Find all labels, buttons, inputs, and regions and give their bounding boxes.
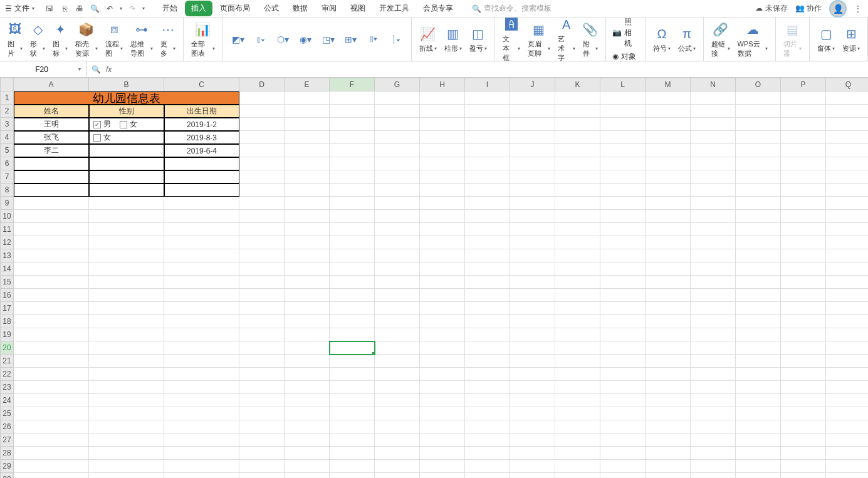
cell-N29[interactable]: [691, 460, 736, 473]
cell-K15[interactable]: [555, 276, 600, 289]
col-header-M[interactable]: M: [646, 78, 691, 91]
cell-L27[interactable]: [600, 434, 646, 447]
cell-E25[interactable]: [285, 407, 330, 420]
cell-P7[interactable]: [781, 170, 826, 184]
cell-E17[interactable]: [285, 302, 330, 315]
cell-H9[interactable]: [420, 197, 465, 210]
cell-P1[interactable]: [781, 91, 826, 105]
cell-C13[interactable]: [164, 249, 239, 262]
cell-G7[interactable]: [375, 170, 420, 184]
fx-icon[interactable]: fx: [106, 65, 112, 74]
cell-D29[interactable]: [239, 460, 285, 473]
cell-O26[interactable]: [736, 420, 781, 434]
cell-Q30[interactable]: [826, 473, 868, 478]
cell-K6[interactable]: [555, 157, 600, 170]
cell-N19[interactable]: [691, 328, 736, 341]
cell-K23[interactable]: [555, 381, 600, 394]
cell-D27[interactable]: [239, 434, 285, 447]
cell-B8[interactable]: [89, 184, 164, 197]
cell-G21[interactable]: [375, 355, 420, 368]
tab-开发工具[interactable]: 开发工具: [373, 1, 416, 16]
cell-G26[interactable]: [375, 420, 420, 434]
cell-K8[interactable]: [555, 184, 600, 197]
cell-N23[interactable]: [691, 381, 736, 394]
cell-D14[interactable]: [239, 262, 285, 276]
cell-P5[interactable]: [781, 144, 826, 157]
cell-P20[interactable]: [781, 341, 826, 355]
row-header-24[interactable]: 24: [0, 394, 14, 407]
cell-Q28[interactable]: [826, 447, 868, 460]
cell-O19[interactable]: [736, 328, 781, 341]
row-header-17[interactable]: 17: [0, 302, 14, 315]
cell-Q6[interactable]: [826, 157, 868, 170]
cell-H24[interactable]: [420, 394, 465, 407]
ribbon-柱形[interactable]: ▥柱形 ▾: [441, 24, 466, 55]
row-header-25[interactable]: 25: [0, 407, 14, 420]
cell-A4[interactable]: 张飞: [14, 131, 89, 144]
row-header-5[interactable]: 5: [0, 144, 14, 157]
undo-icon[interactable]: ↶: [105, 4, 115, 14]
ribbon-思维导图[interactable]: ⊶思维导图 ▾: [127, 19, 157, 60]
cell-J6[interactable]: [510, 157, 555, 170]
cell-I7[interactable]: [465, 170, 510, 184]
cell-O15[interactable]: [736, 276, 781, 289]
cell-N4[interactable]: [691, 131, 736, 144]
col-header-Q[interactable]: Q: [826, 78, 868, 91]
cell-F11[interactable]: [330, 223, 375, 236]
row-header-8[interactable]: 8: [0, 184, 14, 197]
cell-E30[interactable]: [285, 473, 330, 478]
cell-O16[interactable]: [736, 289, 781, 302]
cell-I18[interactable]: [465, 315, 510, 328]
chart-type-2[interactable]: ⬡▾: [272, 32, 295, 47]
cell-I22[interactable]: [465, 368, 510, 381]
cell-B17[interactable]: [89, 302, 164, 315]
cell-J10[interactable]: [510, 210, 555, 223]
ribbon-WPS云数据[interactable]: ☁WPS云数据 ▾: [734, 19, 771, 60]
cell-K1[interactable]: [555, 91, 600, 105]
cell-Q29[interactable]: [826, 460, 868, 473]
cell-J19[interactable]: [510, 328, 555, 341]
cell-I4[interactable]: [465, 131, 510, 144]
cell-F29[interactable]: [330, 460, 375, 473]
row-header-29[interactable]: 29: [0, 460, 14, 473]
cell-L11[interactable]: [600, 223, 646, 236]
zoom-icon[interactable]: 🔍: [92, 65, 101, 74]
cell-E1[interactable]: [285, 91, 330, 105]
cell-O6[interactable]: [736, 157, 781, 170]
cell-E2[interactable]: [285, 105, 330, 118]
cell-A29[interactable]: [14, 460, 89, 473]
cell-L17[interactable]: [600, 302, 646, 315]
ribbon-图标[interactable]: ✦图标 ▾: [49, 19, 71, 60]
cell-C12[interactable]: [164, 236, 239, 249]
cell-J30[interactable]: [510, 473, 555, 478]
cell-O24[interactable]: [736, 394, 781, 407]
cell-O4[interactable]: [736, 131, 781, 144]
row-header-28[interactable]: 28: [0, 447, 14, 460]
chart-type-6[interactable]: ⫴▾: [362, 32, 385, 47]
cell-Q24[interactable]: [826, 394, 868, 407]
cell-P2[interactable]: [781, 105, 826, 118]
cell-O1[interactable]: [736, 91, 781, 105]
row-header-19[interactable]: 19: [0, 328, 14, 341]
cell-G12[interactable]: [375, 236, 420, 249]
cell-P29[interactable]: [781, 460, 826, 473]
cell-E21[interactable]: [285, 355, 330, 368]
row-header-21[interactable]: 21: [0, 355, 14, 368]
cell-O18[interactable]: [736, 315, 781, 328]
cell-G16[interactable]: [375, 289, 420, 302]
cell-H3[interactable]: [420, 118, 465, 131]
ribbon-附件[interactable]: 📎附件 ▾: [579, 19, 602, 60]
cell-P11[interactable]: [781, 223, 826, 236]
cell-P30[interactable]: [781, 473, 826, 478]
cell-B16[interactable]: [89, 289, 164, 302]
row-header-2[interactable]: 2: [0, 105, 14, 118]
cell-D12[interactable]: [239, 236, 285, 249]
cell-F8[interactable]: [330, 184, 375, 197]
col-header-L[interactable]: L: [600, 78, 646, 91]
cell-Q11[interactable]: [826, 223, 868, 236]
preview-icon[interactable]: 🔍: [90, 4, 100, 14]
cell-I16[interactable]: [465, 289, 510, 302]
cell-A17[interactable]: [14, 302, 89, 315]
row-header-15[interactable]: 15: [0, 276, 14, 289]
tab-数据[interactable]: 数据: [286, 1, 314, 16]
